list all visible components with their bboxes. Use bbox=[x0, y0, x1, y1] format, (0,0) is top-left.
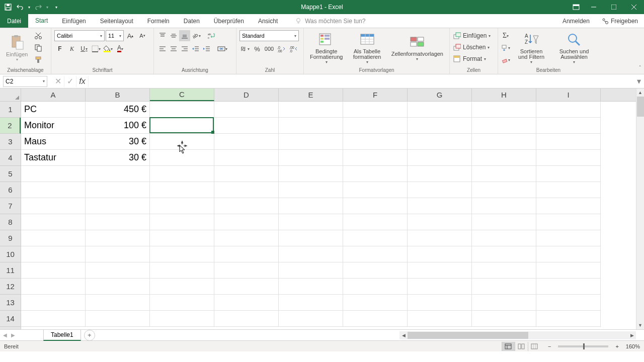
cell-I11[interactable] bbox=[536, 262, 601, 279]
fill-color-button[interactable]: ▾ bbox=[103, 43, 114, 54]
tab-einfügen[interactable]: Einfügen bbox=[55, 14, 93, 28]
cell-C2[interactable] bbox=[150, 118, 214, 134]
cell-C1[interactable] bbox=[150, 102, 214, 118]
cut-button[interactable] bbox=[33, 30, 44, 41]
cell-C3[interactable] bbox=[150, 134, 214, 150]
cell-E1[interactable] bbox=[279, 102, 343, 118]
cell-A4[interactable]: Tastatur bbox=[21, 150, 86, 166]
cell-C12[interactable] bbox=[150, 279, 214, 295]
cell-H6[interactable] bbox=[472, 182, 536, 198]
row-header-9[interactable]: 9 bbox=[0, 230, 21, 246]
cell-I6[interactable] bbox=[536, 182, 601, 198]
cell-E2[interactable] bbox=[279, 118, 343, 134]
column-header-I[interactable]: I bbox=[536, 88, 601, 101]
bold-button[interactable]: F bbox=[54, 43, 65, 54]
cell-D12[interactable] bbox=[214, 279, 279, 295]
cell-D3[interactable] bbox=[214, 134, 279, 150]
cell-D14[interactable] bbox=[214, 311, 279, 327]
row-header-7[interactable]: 7 bbox=[0, 198, 21, 214]
undo-dropdown-icon[interactable]: ▾ bbox=[28, 5, 30, 10]
tab-start[interactable]: Start bbox=[28, 14, 55, 28]
cell-H10[interactable] bbox=[472, 246, 536, 262]
cell-B6[interactable] bbox=[86, 182, 150, 198]
normal-view-button[interactable] bbox=[502, 342, 515, 351]
undo-icon[interactable] bbox=[16, 3, 24, 11]
decrease-indent-button[interactable] bbox=[190, 43, 201, 54]
cell-I8[interactable] bbox=[536, 214, 601, 230]
cell-B12[interactable] bbox=[86, 279, 150, 295]
row-header-12[interactable]: 12 bbox=[0, 279, 21, 295]
cell-H1[interactable] bbox=[472, 102, 536, 118]
tab-seitenlayout[interactable]: Seitenlayout bbox=[93, 14, 140, 28]
cell-E12[interactable] bbox=[279, 279, 343, 295]
redo-icon[interactable] bbox=[34, 3, 42, 11]
cell-E11[interactable] bbox=[279, 262, 343, 279]
cell-G8[interactable] bbox=[408, 214, 472, 230]
horizontal-scroll-thumb[interactable] bbox=[408, 332, 528, 339]
cell-F5[interactable] bbox=[343, 166, 408, 182]
cell-D5[interactable] bbox=[214, 166, 279, 182]
cell-B1[interactable]: 450 € bbox=[86, 102, 150, 118]
cell-H11[interactable] bbox=[472, 262, 536, 279]
qat-customize-icon[interactable]: ▾ bbox=[55, 5, 57, 10]
tab-überprüfen[interactable]: Überprüfen bbox=[207, 14, 251, 28]
row-header-10[interactable]: 10 bbox=[0, 246, 21, 262]
cell-C11[interactable] bbox=[150, 262, 214, 279]
cancel-formula-button[interactable]: ✕ bbox=[52, 76, 64, 87]
cell-A13[interactable] bbox=[21, 295, 86, 311]
cell-B3[interactable]: 30 € bbox=[86, 134, 150, 150]
scroll-left-button[interactable]: ◀ bbox=[399, 331, 408, 339]
column-header-D[interactable]: D bbox=[214, 88, 279, 101]
row-header-8[interactable]: 8 bbox=[0, 214, 21, 230]
format-cells-button[interactable]: Format▾ bbox=[453, 53, 486, 64]
decrease-decimal-button[interactable]: ,00,0 bbox=[288, 43, 299, 54]
cell-A10[interactable] bbox=[21, 246, 86, 262]
cell-F1[interactable] bbox=[343, 102, 408, 118]
cell-E8[interactable] bbox=[279, 214, 343, 230]
cell-H2[interactable] bbox=[472, 118, 536, 134]
align-middle-button[interactable] bbox=[168, 30, 179, 41]
cell-C6[interactable] bbox=[150, 182, 214, 198]
cell-C10[interactable] bbox=[150, 246, 214, 262]
insert-cells-button[interactable]: Einfügen▾ bbox=[453, 30, 491, 41]
underline-button[interactable]: U▾ bbox=[78, 43, 90, 54]
cell-H3[interactable] bbox=[472, 134, 536, 150]
copy-button[interactable] bbox=[33, 42, 44, 53]
cell-I5[interactable] bbox=[536, 166, 601, 182]
cell-G6[interactable] bbox=[408, 182, 472, 198]
column-header-H[interactable]: H bbox=[472, 88, 536, 101]
cell-B4[interactable]: 30 € bbox=[86, 150, 150, 166]
column-header-C[interactable]: C bbox=[150, 88, 214, 101]
cell-A3[interactable]: Maus bbox=[21, 134, 86, 150]
cell-C14[interactable] bbox=[150, 311, 214, 327]
cell-B8[interactable] bbox=[86, 214, 150, 230]
select-all-button[interactable] bbox=[0, 88, 21, 102]
column-header-B[interactable]: B bbox=[86, 88, 150, 101]
cell-H4[interactable] bbox=[472, 150, 536, 166]
cell-F3[interactable] bbox=[343, 134, 408, 150]
cell-B7[interactable] bbox=[86, 198, 150, 214]
share-button[interactable]: Freigeben bbox=[596, 14, 644, 28]
insert-function-button[interactable]: fx bbox=[76, 76, 89, 87]
cell-A8[interactable] bbox=[21, 214, 86, 230]
cell-F2[interactable] bbox=[343, 118, 408, 134]
cell-E9[interactable] bbox=[279, 230, 343, 246]
sign-in-link[interactable]: Anmelden bbox=[556, 14, 596, 28]
cell-F13[interactable] bbox=[343, 295, 408, 311]
cell-B5[interactable] bbox=[86, 166, 150, 182]
increase-indent-button[interactable] bbox=[201, 43, 212, 54]
vertical-scroll-thumb[interactable] bbox=[637, 97, 644, 117]
merge-button[interactable]: ▾ bbox=[212, 43, 232, 54]
row-header-5[interactable]: 5 bbox=[0, 166, 21, 182]
cell-A5[interactable] bbox=[21, 166, 86, 182]
cell-G9[interactable] bbox=[408, 230, 472, 246]
cell-F11[interactable] bbox=[343, 262, 408, 279]
font-color-button[interactable]: A▾ bbox=[115, 43, 126, 54]
tab-file[interactable]: Datei bbox=[0, 14, 28, 28]
cell-A11[interactable] bbox=[21, 262, 86, 279]
cell-H13[interactable] bbox=[472, 295, 536, 311]
ribbon-display-options-icon[interactable] bbox=[569, 0, 584, 14]
font-size-select[interactable]: 11▾ bbox=[106, 30, 124, 41]
sheet-tab[interactable]: Tabelle1 bbox=[43, 330, 81, 341]
cell-H8[interactable] bbox=[472, 214, 536, 230]
